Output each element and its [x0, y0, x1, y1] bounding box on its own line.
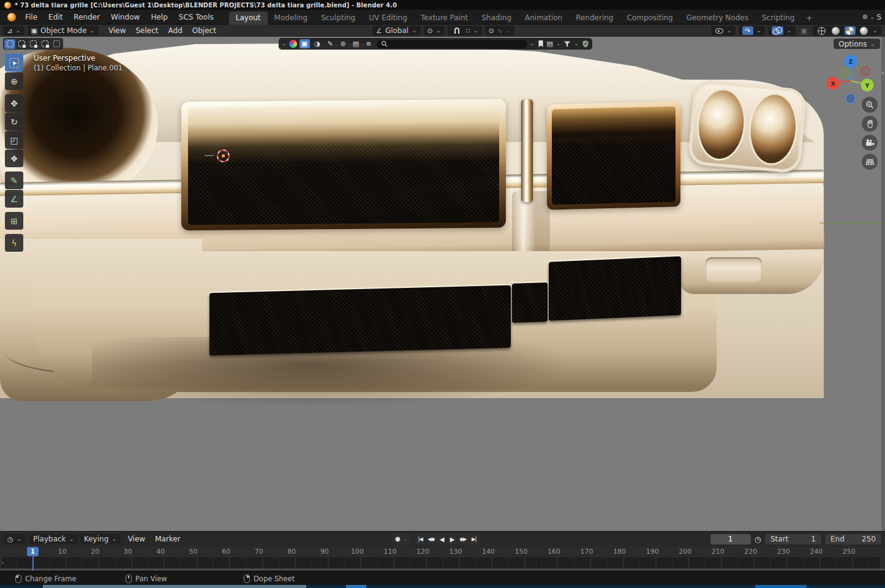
show-overlays-toggle[interactable] — [772, 26, 783, 35]
bookmark-icon[interactable] — [538, 40, 544, 48]
timeline-menu-view[interactable]: View — [123, 534, 150, 544]
select-mode-intersect-button[interactable] — [51, 39, 62, 49]
jump-to-end-button[interactable]: ▶| — [469, 533, 479, 545]
frame-start-field[interactable]: Start 1 — [765, 534, 821, 545]
select-mode-subtract-button[interactable] — [28, 39, 39, 49]
current-frame-field[interactable]: 1 — [710, 534, 751, 545]
menu-object[interactable]: Object — [187, 26, 221, 36]
shield-icon[interactable] — [582, 40, 589, 48]
tab-uv-editing[interactable]: UV Editing — [362, 12, 414, 24]
pivot-point-dropdown[interactable]: ⊙ ⌄ — [424, 26, 445, 36]
mode-dropdown[interactable]: ▣ Object Mode ⌄ — [28, 26, 99, 36]
shelf-search-input[interactable] — [377, 40, 527, 48]
snap-with-icon[interactable]: ∷ — [465, 28, 470, 34]
show-gizmo-toggle[interactable]: ↷ — [742, 26, 753, 35]
tab-geometry-nodes[interactable]: Geometry Nodes — [680, 12, 755, 24]
proportional-falloff-icon[interactable]: ∿ — [497, 28, 503, 34]
shelf-stamp-button[interactable]: ▤ — [351, 39, 361, 48]
record-icon[interactable]: ● — [395, 536, 401, 542]
tool-measure[interactable]: ∠ — [5, 190, 23, 208]
shelf-collapse-chevron[interactable]: ⌄ — [282, 41, 287, 47]
next-keyframe-button[interactable]: ◆▶ — [458, 533, 469, 545]
options-button[interactable]: Options ⌄ — [834, 39, 880, 49]
playback-dropdown[interactable]: Playback ⌄ — [29, 534, 78, 544]
shading-solid-button[interactable] — [830, 26, 842, 35]
shelf-texture-button[interactable]: ⊛ — [338, 39, 348, 48]
play-reverse-button[interactable]: ◀ — [437, 533, 447, 545]
timeline-collapse-arrow[interactable]: › — [1, 559, 4, 567]
menu-edit[interactable]: Edit — [43, 12, 68, 23]
tab-shading[interactable]: Shading — [475, 12, 518, 24]
playhead-badge[interactable]: 1 — [27, 547, 39, 556]
shading-rendered-button[interactable] — [859, 26, 870, 35]
shelf-sphere-button[interactable]: ◑ — [312, 39, 323, 48]
previous-keyframe-button[interactable]: ◀◆ — [426, 533, 437, 545]
zoom-button[interactable] — [862, 97, 878, 113]
shading-wireframe-button[interactable] — [816, 26, 827, 35]
filter-funnel-icon[interactable] — [563, 40, 571, 48]
jump-to-start-button[interactable]: |◀ — [415, 533, 426, 545]
select-mode-extend-button[interactable] — [16, 39, 27, 49]
sidebar-collapse-arrow[interactable]: ‹ — [881, 69, 884, 77]
tab-scripting[interactable]: Scripting — [755, 12, 801, 24]
playhead-line[interactable] — [32, 556, 34, 571]
menu-select[interactable]: Select — [130, 26, 163, 36]
tab-modeling[interactable]: Modeling — [268, 12, 315, 24]
shading-material-preview-button[interactable] — [845, 26, 856, 35]
menu-file[interactable]: File — [20, 12, 43, 23]
menu-view[interactable]: View — [104, 26, 130, 36]
tool-annotate[interactable]: ✎ — [5, 172, 23, 189]
viewport-3d[interactable]: ⌄ ▣ ◑ ✎ ⊛ ▤ ≋ ⌄ ▤ ⌄ — [0, 37, 885, 531]
add-workspace-button[interactable]: + — [801, 12, 817, 24]
xray-toggle[interactable]: ▣ — [799, 26, 810, 35]
menu-help[interactable]: Help — [145, 12, 173, 23]
tab-compositing[interactable]: Compositing — [620, 12, 679, 24]
display-mode-icon[interactable]: ▤ — [547, 40, 553, 47]
tab-rendering[interactable]: Rendering — [569, 12, 620, 24]
blender-app-menu-button[interactable] — [4, 12, 20, 23]
preview-range-stopwatch-icon[interactable]: ◷ — [755, 535, 761, 543]
shelf-active-filter-button[interactable]: ▣ — [299, 39, 310, 48]
select-mode-invert-button[interactable] — [39, 39, 50, 49]
scene-selector[interactable]: ⊛ ⌄ S — [862, 13, 881, 21]
gizmo-axis-neg-y[interactable] — [842, 69, 851, 78]
pan-button[interactable] — [862, 116, 878, 132]
tool-select-box[interactable]: ➤ — [5, 54, 23, 72]
tab-sculpting[interactable]: Sculpting — [314, 12, 362, 24]
transform-orientation-dropdown[interactable]: ∠ Global ⌄ — [372, 26, 421, 36]
menu-window[interactable]: Window — [105, 12, 145, 23]
timeline-tracks[interactable] — [0, 557, 885, 568]
tab-animation[interactable]: Animation — [518, 12, 569, 24]
select-mode-new-button[interactable] — [4, 39, 15, 49]
timeline-editor-type-button[interactable]: ◷ ⌄ — [4, 534, 25, 544]
tool-move[interactable]: ✥ — [5, 94, 23, 112]
object-visibility-dropdown[interactable]: ⌄ — [711, 26, 735, 36]
timeline-menu-marker[interactable]: Marker — [150, 534, 185, 544]
gizmo-axis-neg-z[interactable] — [846, 94, 856, 104]
menu-add[interactable]: Add — [164, 26, 187, 36]
shelf-misc-button[interactable]: ≋ — [364, 39, 374, 48]
gizmo-axis-neg-x[interactable] — [861, 67, 870, 76]
snap-toggle[interactable] — [451, 26, 462, 35]
tool-transform[interactable]: ❖ — [5, 149, 23, 167]
tab-texture-paint[interactable]: Texture Paint — [414, 12, 475, 24]
proportional-edit-toggle[interactable]: ⊙ — [489, 28, 494, 34]
shelf-paint-button[interactable]: ✎ — [325, 39, 336, 48]
3d-cursor[interactable] — [217, 149, 230, 162]
chevron-down-icon[interactable]: ⌄ — [530, 41, 535, 47]
play-button[interactable]: ▶ — [447, 533, 458, 545]
toggle-ortho-button[interactable] — [862, 154, 878, 170]
camera-view-button[interactable] — [862, 135, 878, 151]
editor-type-button[interactable]: ⊿ ⌄ — [3, 26, 24, 36]
keying-dropdown[interactable]: Keying ⌄ — [80, 534, 121, 544]
tool-add-cube[interactable]: ⊞ — [5, 212, 23, 230]
tool-rotate[interactable]: ↻ — [5, 113, 23, 130]
color-wheel-icon[interactable] — [289, 40, 297, 48]
tab-layout[interactable]: Layout — [229, 12, 268, 24]
timeline-ruler[interactable]: 1020304050607080901001101201301401501601… — [0, 546, 885, 557]
menu-scs-tools[interactable]: SCS Tools — [173, 12, 219, 23]
frame-end-field[interactable]: End 250 — [825, 534, 881, 545]
menu-render[interactable]: Render — [68, 12, 105, 23]
tool-scs-addon[interactable]: ϟ — [5, 234, 23, 252]
timeline-body[interactable]: 1020304050607080901001101201301401501601… — [0, 546, 885, 571]
